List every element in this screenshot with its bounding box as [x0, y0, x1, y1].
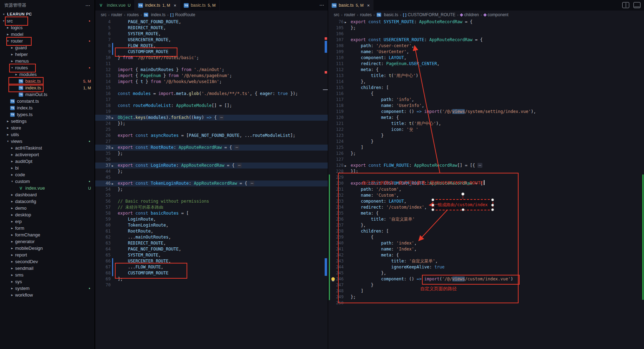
line-number[interactable]: 13 — [95, 73, 111, 79]
line-number[interactable]: 241 — [328, 246, 344, 252]
fold-icon[interactable]: ▶ — [112, 181, 113, 187]
line-number[interactable]: 239 — [328, 234, 344, 240]
code-line-26[interactable]: 26export const asyncRoutes = [PAGE_NOT_F… — [95, 133, 328, 139]
code-line-126[interactable]: 126}; — [328, 151, 644, 157]
code-line-76[interactable]: 76▶export const SYSTEM_ROUTE: AppRouteRe… — [328, 19, 644, 25]
tree-item-types.ts[interactable]: TStypes.ts — [0, 111, 95, 118]
code-editor-index-ts[interactable]: 4 PAGE_NOT_FOUND_ROUTE,5 REDIRECT_ROUTE,… — [95, 19, 328, 349]
line-number[interactable]: 36 — [95, 157, 111, 163]
line-number[interactable]: 231 — [328, 186, 344, 192]
tree-item-demo[interactable]: ▶demo — [0, 205, 95, 211]
line-number[interactable]: 228 — [328, 169, 344, 174]
tree-item-code[interactable]: ▶code — [0, 171, 95, 178]
tree-item-custom[interactable]: ▼custom● — [0, 178, 95, 185]
code-line-5[interactable]: 5 REDIRECT_ROUTE, — [95, 25, 328, 31]
line-number[interactable]: 120 — [328, 115, 344, 121]
code-line-27[interactable]: 27 — [95, 139, 328, 145]
tree-item-dataconfig[interactable]: ▶dataconfig — [0, 198, 95, 205]
code-line-122[interactable]: 122 icon: '웃 ' — [328, 127, 644, 133]
code-line-235[interactable]: 235 meta: { — [328, 210, 644, 216]
code-line-66[interactable]: 66 USERCENTER_ROUTE, — [95, 258, 328, 264]
line-number[interactable]: 25 — [95, 127, 111, 133]
code-line-120[interactable]: 120 meta: { — [328, 115, 644, 121]
line-number[interactable]: 116 — [328, 91, 344, 97]
tree-item-formChange[interactable]: ▶formChange — [0, 231, 95, 238]
tree-item-helper[interactable]: ▶helper — [0, 51, 95, 58]
tree-item-form[interactable]: ▶form — [0, 225, 95, 231]
line-number[interactable]: 28 — [95, 145, 111, 151]
line-number[interactable]: 236 — [328, 216, 344, 222]
line-number[interactable]: 10 — [95, 55, 111, 61]
code-line-249[interactable]: 249}; — [328, 294, 644, 300]
line-number[interactable]: 65 — [95, 252, 111, 258]
line-number[interactable]: 246 — [328, 276, 344, 282]
line-number[interactable]: 117 — [328, 97, 344, 103]
code-line-128[interactable]: 128▶export const FLOW_ROUTE: AppRouteRec… — [328, 163, 644, 169]
code-line-127[interactable]: 127 — [328, 157, 644, 163]
code-line-238[interactable]: 238 children: [ — [328, 228, 644, 234]
code-line-242[interactable]: 242 meta: { — [328, 252, 644, 258]
code-line-244[interactable]: 244 ignoreKeepAlive: true — [328, 264, 644, 270]
tree-item-index.vue[interactable]: Vindex.vueU — [0, 185, 95, 191]
code-line-69[interactable]: 69]; — [95, 276, 328, 282]
code-line-9[interactable]: 9 CUSTOMFORM_ROUTE — [95, 49, 328, 55]
code-line-230[interactable]: 230export const CUSTOMFORM_ROUTE: AppRou… — [328, 180, 644, 186]
line-number[interactable]: 16 — [95, 91, 111, 97]
line-number[interactable]: 125 — [328, 145, 344, 151]
code-line-109[interactable]: 109 name: 'UserCenter', — [328, 49, 644, 55]
line-number[interactable]: 127 — [328, 157, 344, 163]
line-number[interactable]: 8 — [95, 43, 111, 49]
code-line-25[interactable]: 25 — [95, 127, 328, 133]
code-line-118[interactable]: 118 name: 'UserInfo', — [328, 103, 644, 109]
fold-icon[interactable]: ▶ — [112, 145, 113, 151]
fold-icon[interactable]: ▶ — [345, 19, 346, 25]
line-number[interactable]: 44 — [95, 169, 111, 174]
line-number[interactable]: 109 — [328, 49, 344, 55]
line-number[interactable]: 27 — [95, 139, 111, 145]
code-line-243[interactable]: 243 title: '自定义菜单', — [328, 258, 644, 264]
editor-more-actions-button[interactable]: ⋯ — [319, 2, 324, 8]
line-number[interactable]: 108 — [328, 43, 344, 49]
code-line-46[interactable]: 46▶export const TokenLoginRoute: AppRout… — [95, 180, 328, 186]
tree-item-index.ts[interactable]: TSindex.ts — [0, 104, 95, 111]
fold-icon[interactable]: ▶ — [112, 163, 113, 169]
tree-item-mobileDesign[interactable]: ▶mobileDesign — [0, 245, 95, 252]
line-number[interactable]: 60 — [95, 222, 111, 228]
code-line-45[interactable]: 45 — [95, 174, 328, 180]
tree-item-src[interactable]: ▼src● — [0, 18, 95, 24]
code-line-12[interactable]: 12import { mainOutRoutes } from './mainO… — [95, 67, 328, 73]
resize-handle[interactable] — [491, 208, 494, 211]
code-line-123[interactable]: 123 } — [328, 133, 644, 139]
line-number[interactable]: 18 — [95, 103, 111, 109]
code-line-13[interactable]: 13import { PageEnum } from '/@/enums/pag… — [95, 73, 328, 79]
line-number[interactable]: 35 — [95, 151, 111, 157]
tree-item-dashboard[interactable]: ▶dashboard — [0, 191, 95, 198]
code-line-37[interactable]: 37▶export const LoginRoute: AppRouteReco… — [95, 163, 328, 169]
code-line-115[interactable]: 115 children: [ — [328, 85, 644, 91]
tree-item-constant.ts[interactable]: TSconstant.ts — [0, 98, 95, 104]
code-line-10[interactable]: 10} from '/@/router/routes/basic'; — [95, 55, 328, 61]
tree-item-utils[interactable]: ▶utils — [0, 131, 95, 138]
line-number[interactable]: 126 — [328, 151, 344, 157]
line-number[interactable]: 70 — [95, 282, 111, 288]
line-number[interactable]: 118 — [328, 103, 344, 109]
line-number[interactable]: 106 — [328, 31, 344, 37]
breadcrumb-item-CUSTOMFORM_ROUTE[interactable]: [ ]CUSTOMFORM_ROUTE — [403, 12, 455, 17]
code-line-35[interactable]: 35}; — [95, 151, 328, 157]
code-line-60[interactable]: 60 TokenLoginRoute, — [95, 222, 328, 228]
line-number[interactable]: 244 — [328, 264, 344, 270]
line-number[interactable]: 240 — [328, 240, 344, 246]
line-number[interactable]: 64 — [95, 246, 111, 252]
breadcrumb-item-RootRoute[interactable]: [ ]RootRoute — [170, 12, 195, 17]
line-number[interactable]: 5 — [95, 25, 111, 31]
rotate-handle[interactable] — [461, 192, 464, 196]
section-header-learun-pc[interactable]: ▼ LEARUN PC — [0, 11, 95, 18]
code-line-231[interactable]: 231 path: '/custom', — [328, 186, 644, 192]
tab-close-icon[interactable]: × — [367, 3, 370, 8]
resize-handle[interactable] — [431, 198, 434, 201]
resize-handle[interactable] — [431, 204, 434, 207]
line-number[interactable]: 230 — [328, 180, 344, 186]
tree-item-activereport[interactable]: ▶activereport — [0, 151, 95, 158]
code-line-6[interactable]: 6 SYSTEM_ROUTE, — [95, 31, 328, 37]
line-number[interactable]: 119 — [328, 109, 344, 115]
